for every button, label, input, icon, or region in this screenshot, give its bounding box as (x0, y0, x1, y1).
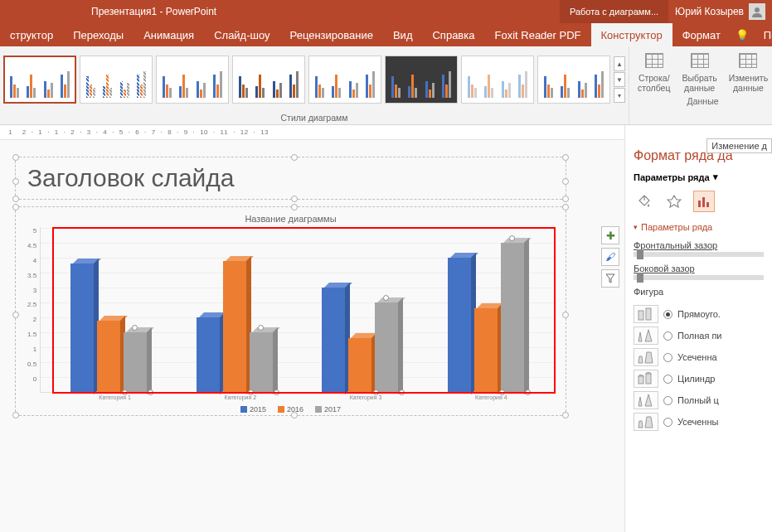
chart-style-thumb[interactable] (461, 56, 534, 104)
switch-row-col-button[interactable]: Строка/ столбец (633, 48, 675, 94)
scroll-down-icon[interactable]: ▼ (614, 72, 625, 87)
partial-pyramid-icon (634, 348, 658, 366)
bar[interactable] (250, 332, 273, 392)
chevron-down-icon: ▾ (713, 172, 718, 182)
shape-partial-pyramid-option[interactable]: Усеченна (630, 346, 767, 368)
shape-box-option[interactable]: Прямоуго. (630, 303, 767, 325)
bar-cluster[interactable] (70, 264, 147, 392)
slide-title-placeholder[interactable]: Заголовок слайда (15, 157, 566, 200)
tab-item[interactable]: Foxit Reader PDF (484, 23, 590, 46)
scroll-more-icon[interactable]: ▾ (614, 88, 625, 103)
username: Юрий Козырев (675, 6, 744, 17)
bar[interactable] (501, 243, 524, 392)
tab-item[interactable]: Рецензирование (280, 23, 383, 46)
chart-placeholder[interactable]: Название диаграммы 54.543.532.521.510.50… (15, 206, 566, 416)
shape-cylinder-option[interactable]: Цилиндр (630, 368, 767, 389)
format-pane-sub[interactable]: Параметры ряда▾ (625, 168, 772, 186)
svg-marker-1 (668, 196, 681, 207)
radio-icon (663, 353, 672, 362)
select-data-button[interactable]: Выбрать данные (677, 48, 721, 94)
app-title: Презентация1 - PowerPoint (0, 6, 216, 17)
bar-cluster[interactable] (448, 243, 524, 392)
tab-item[interactable]: Переходы (63, 23, 134, 46)
chart-style-thumb[interactable] (385, 56, 458, 104)
legend-item: 2016 (278, 405, 303, 414)
chart-style-thumb[interactable] (308, 56, 381, 104)
bar[interactable] (474, 308, 498, 392)
tab-item[interactable]: Вид (383, 23, 423, 46)
chart-style-thumb[interactable] (537, 56, 610, 104)
radio-icon (663, 396, 672, 405)
bar[interactable] (97, 321, 120, 392)
tab-item[interactable]: структор (0, 23, 63, 46)
svg-marker-15 (638, 397, 642, 406)
chart-plot[interactable]: 54.543.532.521.510.50 (16, 227, 566, 393)
y-axis: 54.543.532.521.510.50 (27, 227, 40, 393)
workarea: 12·1·1·2·3·4·5·6·7·8·9·10·11·12·13 Загол… (0, 125, 772, 532)
svg-rect-4 (706, 202, 709, 207)
svg-marker-10 (645, 352, 653, 363)
chart-style-thumb[interactable] (232, 56, 305, 104)
chart-title[interactable]: Название диаграммы (16, 214, 566, 224)
radio-icon (663, 375, 672, 384)
chart-styles-button[interactable]: 🖌 (601, 248, 619, 266)
data-group: Строка/ столбец Выбрать данные Изменить … (629, 46, 772, 124)
user-area[interactable]: Юрий Козырев (668, 3, 772, 20)
titlebar: Презентация1 - PowerPoint Работа с диагр… (0, 0, 772, 23)
series-options-section[interactable]: Параметры ряда (625, 217, 772, 237)
tab-item[interactable]: Анимация (134, 23, 204, 46)
chart-styles-gallery: ▲ ▼ ▾ (3, 48, 625, 111)
shape-list: Прямоуго. Полная пи Усеченна Цилиндр Пол (625, 300, 772, 436)
bar[interactable] (322, 288, 345, 392)
tab-constructor[interactable]: Конструктор (591, 23, 672, 46)
bar[interactable] (223, 261, 246, 392)
bar[interactable] (197, 317, 220, 392)
svg-marker-17 (638, 421, 643, 428)
tab-format[interactable]: Формат (672, 23, 731, 46)
bar[interactable] (448, 258, 471, 392)
format-pane-tabs (625, 186, 772, 217)
chart-style-thumb[interactable] (80, 56, 153, 104)
svg-rect-12 (638, 376, 643, 384)
svg-marker-18 (645, 417, 653, 428)
bar-cluster[interactable] (322, 288, 398, 392)
chart-elements-button[interactable]: ✚ (601, 226, 619, 244)
chart-style-thumb[interactable] (156, 56, 229, 104)
bar-cluster[interactable] (197, 261, 273, 392)
legend-item: 2015 (240, 405, 266, 414)
svg-marker-9 (638, 356, 643, 363)
bars-area[interactable] (40, 227, 554, 393)
shape-full-cone-option[interactable]: Полный ц (630, 389, 767, 411)
tab-item[interactable]: Слайд-шоу (204, 23, 279, 46)
side-gap-slider[interactable] (634, 275, 764, 280)
scroll-up-icon[interactable]: ▲ (614, 56, 625, 71)
svg-marker-16 (645, 394, 652, 406)
styles-group-label: Стили диаграмм (3, 111, 625, 123)
shape-partial-cone-option[interactable]: Усеченны (630, 411, 767, 433)
front-gap-slider[interactable] (634, 252, 764, 257)
ribbon: ▲ ▼ ▾ Стили диаграмм Строка/ столбец Выб… (0, 46, 772, 125)
slide-canvas[interactable]: Заголовок слайда Название диаграммы 54.5… (5, 157, 624, 416)
effects-icon[interactable] (663, 191, 685, 212)
edit-data-button[interactable]: Изменить данные (724, 48, 772, 94)
grid-icon (643, 50, 666, 71)
chart-filter-button[interactable] (601, 269, 619, 288)
context-tab-label[interactable]: Работа с диаграмм... (560, 0, 668, 23)
side-gap-field[interactable]: Боковой зазор (625, 260, 772, 283)
chart-legend[interactable]: 2015 2016 2017 (16, 405, 566, 414)
series-options-icon[interactable] (693, 191, 715, 212)
svg-rect-5 (638, 311, 643, 320)
fill-line-icon[interactable] (634, 191, 655, 212)
chart-style-thumb[interactable] (3, 56, 76, 104)
tell-me-icon[interactable]: 💡 (731, 23, 754, 46)
front-gap-field[interactable]: Фронтальный зазор (625, 237, 772, 260)
svg-rect-14 (646, 374, 651, 384)
tab-help[interactable]: Помощни (754, 23, 772, 46)
shape-full-pyramid-option[interactable]: Полная пи (630, 325, 767, 346)
bar[interactable] (348, 338, 371, 392)
chart-side-buttons: ✚ 🖌 (601, 226, 619, 288)
tab-item[interactable]: Справка (422, 23, 484, 46)
bar[interactable] (70, 264, 94, 392)
bar[interactable] (124, 332, 147, 392)
bar[interactable] (375, 302, 398, 392)
